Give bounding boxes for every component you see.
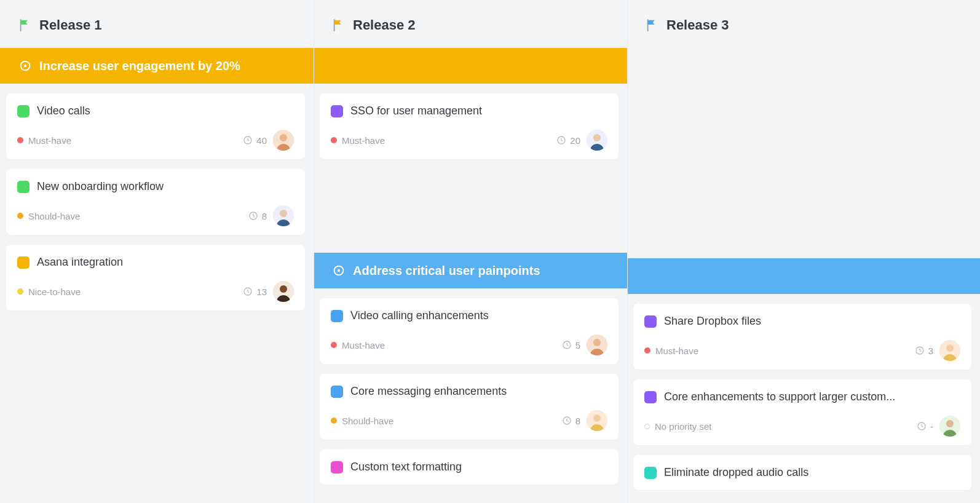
avatar[interactable] [273, 205, 294, 226]
priority: Nice-to-have [17, 287, 243, 297]
card-title: Custom text formatting [350, 461, 462, 473]
tag-icon [17, 181, 30, 193]
tag-icon [331, 386, 343, 398]
column-release-3: Release 3 Share Dropbox files Must-have [627, 0, 980, 503]
priority-label: Must-have [342, 340, 385, 351]
priority-dot-icon [331, 137, 337, 143]
priority-label: Nice-to-have [28, 287, 81, 297]
card-title: Video calls [37, 105, 90, 117]
column-header[interactable]: Release 1 [0, 0, 314, 48]
priority-label: Should-have [28, 211, 80, 221]
flag-icon [18, 18, 32, 32]
tag-icon [17, 105, 30, 117]
card[interactable]: Core messaging enhancements Should-have … [320, 374, 618, 440]
card[interactable]: SSO for user management Must-have 20 [320, 93, 618, 159]
avatar[interactable] [273, 281, 294, 302]
effort: 20 [556, 135, 580, 146]
svg-point-1 [24, 65, 27, 68]
column-title: Release 2 [353, 17, 416, 33]
effort-value: 8 [575, 416, 580, 426]
tag-icon [331, 105, 343, 117]
effort-value: 5 [575, 340, 580, 351]
effort-value: - [930, 421, 933, 432]
effort: 5 [562, 340, 580, 351]
board: Release 1 Increase user engagement by 20… [0, 0, 980, 503]
card[interactable]: Core enhancements to support larger cust… [633, 379, 971, 445]
priority-label: Must-have [28, 135, 71, 146]
avatar[interactable] [273, 130, 294, 151]
clock-icon [243, 287, 253, 296]
card[interactable]: Video calls Must-have 40 [6, 93, 305, 159]
svg-point-24 [946, 344, 954, 352]
effort: 8 [562, 416, 580, 426]
priority-dot-icon [17, 137, 23, 143]
column-release-1: Release 1 Increase user engagement by 20… [0, 0, 314, 503]
goal-bar-engagement-continuation[interactable] [314, 48, 627, 84]
card[interactable]: Custom text formatting [320, 450, 618, 485]
effort: - [917, 421, 933, 432]
effort-value: 40 [256, 135, 267, 146]
priority: Should-have [331, 416, 562, 426]
priority: No priority set [644, 421, 917, 432]
avatar[interactable] [939, 340, 960, 361]
clock-icon [243, 135, 253, 145]
card-title: Video calling enhancements [350, 309, 489, 322]
priority-dot-icon [644, 424, 650, 429]
priority-dot-icon [644, 347, 650, 354]
effort-value: 13 [256, 287, 267, 297]
card[interactable]: Eliminate dropped audio calls [633, 455, 971, 490]
target-icon [18, 59, 32, 73]
avatar[interactable] [587, 130, 607, 151]
clock-icon [248, 211, 258, 221]
priority-label: Should-have [342, 416, 393, 426]
priority: Must-have [17, 135, 243, 146]
svg-point-27 [946, 420, 954, 427]
goal-bar-painpoints-continuation[interactable] [627, 258, 980, 294]
clock-icon [562, 416, 572, 426]
card-list: Video calls Must-have 40 [0, 84, 314, 311]
column-title: Release 1 [39, 17, 102, 33]
card[interactable]: Share Dropbox files Must-have 3 [633, 304, 971, 370]
column-title: Release 3 [666, 17, 729, 33]
effort: 3 [915, 346, 933, 356]
goal-bar-painpoints[interactable]: Address critical user painpoints [314, 253, 627, 288]
tag-icon [644, 391, 657, 403]
avatar[interactable] [587, 335, 607, 355]
effort-value: 20 [570, 135, 580, 146]
target-icon [332, 264, 346, 277]
card-list: Video calling enhancements Must-have 5 [314, 288, 627, 485]
column-header[interactable]: Release 3 [627, 0, 980, 48]
card-title: New onboarding workflow [37, 180, 164, 193]
card[interactable]: Video calling enhancements Must-have 5 [320, 298, 618, 364]
svg-point-15 [338, 269, 341, 272]
column-release-2: Release 2 SSO for user management Must-h… [314, 0, 627, 503]
card-title: SSO for user management [350, 105, 482, 117]
goal-bar-engagement[interactable]: Increase user engagement by 20% [0, 48, 314, 84]
column-header[interactable]: Release 2 [314, 0, 627, 48]
card-title: Core enhancements to support larger cust… [664, 390, 895, 403]
avatar[interactable] [939, 416, 960, 437]
svg-point-10 [280, 285, 287, 293]
card[interactable]: Asana integration Nice-to-have 13 [6, 245, 305, 311]
effort: 13 [243, 287, 267, 297]
priority: Must-have [644, 346, 915, 356]
priority-dot-icon [331, 342, 337, 348]
avatar[interactable] [587, 410, 607, 431]
clock-icon [562, 340, 572, 350]
svg-point-13 [593, 134, 601, 141]
svg-point-4 [280, 134, 287, 141]
effort: 8 [248, 211, 267, 221]
tag-icon [17, 256, 30, 269]
effort-value: 8 [262, 211, 267, 221]
priority-label: Must-have [655, 346, 698, 356]
tag-icon [331, 461, 343, 473]
priority-dot-icon [17, 213, 23, 219]
flag-icon [332, 18, 346, 32]
card[interactable]: New onboarding workflow Should-have 8 [6, 169, 305, 235]
goal-title: Address critical user painpoints [353, 264, 540, 278]
card-title: Share Dropbox files [664, 315, 761, 328]
card-title: Asana integration [37, 256, 123, 269]
flag-icon [646, 18, 659, 32]
effort-value: 3 [928, 346, 933, 356]
priority-dot-icon [17, 288, 23, 295]
